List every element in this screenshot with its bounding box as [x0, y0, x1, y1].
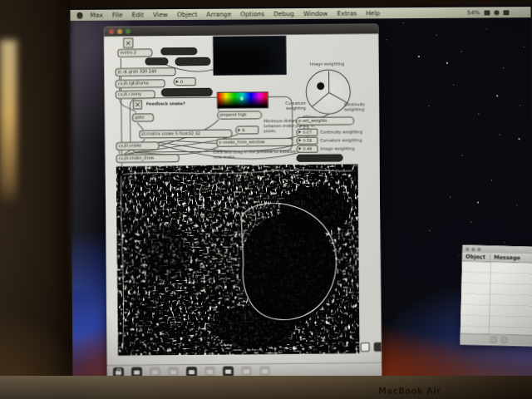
close-button[interactable]: [109, 29, 114, 34]
rgb2luma-object[interactable]: cv.jit.rgb2luma: [116, 79, 165, 88]
message-box-dark[interactable]: [175, 57, 210, 66]
metro-toggle[interactable]: ×: [123, 38, 133, 48]
curvature-numberbox[interactable]: 0.58: [296, 136, 318, 144]
console-footer-icon[interactable]: [501, 337, 508, 343]
curvature-value: 0.58: [303, 137, 312, 143]
message-box-dark[interactable]: [161, 88, 213, 97]
console-close-button[interactable]: [466, 247, 469, 250]
menu-debug[interactable]: Debug: [273, 10, 294, 17]
room-light-reflection: [0, 40, 17, 206]
feedback-comment: Feedback snake?: [146, 101, 185, 106]
laptop-bezel: MacBook Air: [0, 376, 532, 399]
prepend-frgb-message[interactable]: prepend frgb: [217, 111, 262, 120]
menu-window[interactable]: Window: [303, 10, 328, 17]
zoom-button[interactable]: [126, 29, 131, 34]
console-footer: [461, 333, 532, 346]
menu-help[interactable]: Help: [366, 9, 380, 17]
battery-percentage[interactable]: 54%: [467, 9, 480, 16]
console-zoom-button[interactable]: [477, 248, 480, 251]
click-drag-comment: Click and drag in the preview to initial…: [213, 150, 309, 160]
menu-object[interactable]: Object: [177, 11, 197, 18]
metro-object[interactable]: metro 2: [117, 49, 152, 57]
battery-icon[interactable]: [484, 10, 490, 15]
edge-preview-window[interactable]: [116, 164, 360, 356]
apple-logo-icon[interactable]: [76, 12, 82, 18]
cv-jit-snake-object[interactable]: cv.jit.snake: [116, 141, 159, 150]
minimize-button[interactable]: [117, 29, 122, 34]
edit-square[interactable]: [374, 342, 382, 352]
snake-from-window-subpatch[interactable]: p snake_from_window: [216, 138, 293, 147]
menu-file[interactable]: File: [112, 11, 123, 18]
canny-object[interactable]: cv.jit.canny: [116, 90, 155, 98]
min-distance-numberbox[interactable]: 8: [235, 126, 259, 134]
dial-label-curvature: Curvature weighting: [276, 101, 306, 111]
presentation-square[interactable]: [361, 342, 370, 352]
message-box-dark[interactable]: [145, 57, 168, 65]
menu-status-area: 54%: [467, 7, 510, 17]
gate-object[interactable]: gate: [132, 114, 154, 122]
color-swatch[interactable]: [217, 91, 268, 109]
image-weight-label: Image weighting: [320, 145, 354, 150]
dial-label-continuity: Continuity weighting: [344, 102, 376, 112]
help-icon[interactable]: [259, 366, 270, 377]
max-console-window: Object Message: [461, 245, 532, 347]
continuity-numberbox[interactable]: 0.07: [296, 128, 318, 135]
volume-icon[interactable]: [494, 10, 499, 15]
qt-grab-object[interactable]: jit.qt.grab 320 240: [116, 67, 176, 76]
menu-options[interactable]: Options: [240, 10, 264, 17]
rgb2luma-value: 0: [180, 79, 183, 85]
image-weight-value: 0.46: [303, 145, 312, 151]
console-footer-icon[interactable]: [490, 336, 497, 342]
patcher-canvas[interactable]: × metro 2 jit.qt.grab 320 240 cv.jit.rgb…: [104, 34, 382, 365]
console-column-divider: [489, 262, 491, 333]
camera-preview-pwindow[interactable]: [213, 36, 286, 76]
dial-label-image: Image weighting: [293, 62, 360, 67]
patcher-window: × metro 2 jit.qt.grab 320 240 cv.jit.rgb…: [104, 24, 382, 379]
feedback-toggle[interactable]: ×: [133, 101, 142, 110]
console-column-object[interactable]: Object: [462, 254, 490, 261]
image-weight-numberbox[interactable]: 0.46: [296, 145, 318, 152]
laptop-screen: Max File Edit View Object Arrange Option…: [70, 5, 532, 382]
menu-extras[interactable]: Extras: [337, 10, 357, 17]
clock-icon[interactable]: [503, 10, 509, 15]
menu-edit[interactable]: Edit: [132, 11, 145, 18]
jit-matrix-object[interactable]: jit.matrix snake 5 float32 32: [139, 130, 232, 139]
menu-max[interactable]: Max: [90, 12, 103, 19]
dial-handle[interactable]: [317, 82, 324, 90]
cv-jit-snake-draw-object[interactable]: cv.jit.snake_draw: [116, 154, 180, 163]
curvature-label: Curvature weighting: [320, 137, 362, 142]
message-box-dark[interactable]: [297, 154, 343, 162]
message-box-dark[interactable]: [160, 47, 197, 55]
continuity-label: Continuity weighting: [320, 129, 362, 134]
console-rows[interactable]: [461, 262, 532, 335]
menu-arrange[interactable]: Arrange: [206, 11, 231, 18]
menu-view[interactable]: View: [153, 11, 168, 18]
swatch-marker: [240, 96, 244, 100]
continuity-value: 0.07: [303, 129, 312, 135]
rgb2luma-numberbox[interactable]: 0: [174, 77, 196, 86]
console-minimize-button[interactable]: [471, 247, 475, 250]
console-column-message[interactable]: Message: [490, 254, 520, 261]
laptop-brand-text: MacBook Air: [378, 387, 441, 396]
set-weights-subpatch[interactable]: p set_weights: [296, 116, 354, 126]
min-distance-value: 8: [242, 127, 244, 133]
